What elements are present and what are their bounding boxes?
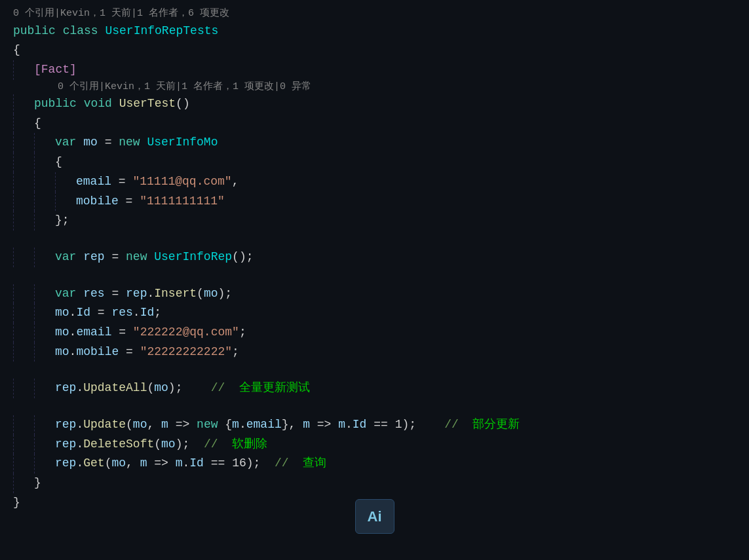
token-prop-name: Id [353,418,367,431]
indent-guide [13,211,34,231]
code-line: 0 个引用|Kevin，1 天前|1 名作者，6 项更改 [13,7,736,22]
token-plain: }, [282,418,303,431]
token-prop-name: email [246,418,282,431]
indent-guide [13,474,34,493]
token-comment-cn: 软删除 [232,438,267,451]
token-comment: // [204,438,218,451]
indent-guide [13,192,34,212]
token-method-name: UserTest [119,97,176,110]
token-kw-new: new [197,418,218,431]
token-plain: . [69,306,77,319]
token-plain [147,250,154,263]
indent-guide [34,133,55,153]
indent-guide [55,172,76,192]
token-method-name: Update [83,418,126,431]
token-plain: ; [239,326,246,339]
token-plain: () [176,97,190,110]
token-kw-public: public [34,97,77,110]
code-line: 0 个引用|Kevin，1 天前|1 名作者，1 项更改|0 异常 [13,80,736,95]
token-plain: ( [147,381,154,394]
token-prop-name: m [303,418,310,431]
token-plain: = [111,326,132,339]
code-line: rep.Get(mo, m => m.Id == 16); // 查询 [13,454,736,474]
code-line: mo.Id = res.Id; [13,303,736,323]
indent-guide [13,153,34,172]
token-plain [112,97,119,110]
indent-guide [55,192,76,212]
token-comment: // [211,381,225,394]
token-prop-name: rep [83,250,104,263]
indent-guide [13,133,34,153]
indent-guide [13,379,34,398]
token-prop-name: mo [154,381,168,394]
token-kw-var: var [55,250,76,263]
token-string-val: "11111@qq.com" [132,175,231,188]
token-plain: = [119,195,140,208]
token-kw-var: var [55,287,76,300]
token-bracket: { [34,117,41,130]
token-kw-void: void [84,97,112,110]
code-line: public void UserTest() [13,94,736,114]
token-plain: . [133,306,140,319]
token-prop-name: mobile [76,345,119,358]
token-plain [76,250,83,263]
code-line: mo.mobile = "22222222222"; [13,343,736,362]
token-plain: = [90,306,111,319]
indent-guide [13,172,34,192]
indent-guide [13,94,34,114]
token-prop-name: rep [55,418,76,431]
token-comment-cn: 部分更新 [472,418,520,431]
token-plain: . [76,438,83,451]
token-prop-name: mo [133,418,147,431]
token-string-val: "222222@qq.com" [133,326,239,339]
code-line: { [13,41,736,60]
indent-guide [34,303,55,323]
token-plain [459,418,473,431]
code-line [13,231,736,248]
token-class-name: UserInfoRep [154,250,232,263]
code-line [13,267,736,284]
token-prop-name: Id [76,306,90,319]
token-prop-name: rep [126,287,147,300]
token-plain: ( [154,438,161,451]
token-plain: == 1); [366,418,444,431]
token-prop-name: mo [55,345,69,358]
token-plain: => [310,418,338,431]
code-line: mo.email = "222222@qq.com"; [13,323,736,343]
token-class-name: UserInfoMo [147,136,218,149]
token-plain: ); [168,381,211,394]
token-method-name: UpdateAll [83,381,147,394]
token-prop-name: m [232,418,239,431]
token-prop-name: rep [55,381,76,394]
token-plain: = [105,287,126,300]
token-plain: . [147,287,154,300]
code-line: email = "11111@qq.com", [13,172,736,192]
token-plain: => [168,418,197,431]
code-line: var rep = new UserInfoRep(); [13,248,736,267]
token-prop-name: Id [140,306,155,319]
token-plain: . [76,418,83,431]
token-method-name: Insert [154,287,197,300]
token-plain: ; [232,345,239,358]
token-plain: = [119,345,140,358]
indent-guide [34,172,55,192]
token-comment-cn: 查询 [303,457,326,470]
token-method-name: Get [83,457,104,470]
token-plain: . [183,457,190,470]
code-line: rep.UpdateAll(mo); // 全量更新测试 [13,379,736,398]
ai-label[interactable]: Ai [355,499,394,534]
token-plain: => [147,457,175,470]
token-bracket: }; [55,214,69,227]
indent-guide [13,343,34,362]
indent-guide [34,192,55,212]
code-line: } [13,474,736,493]
code-editor: 0 个引用|Kevin，1 天前|1 名作者，6 项更改public class… [0,0,749,560]
token-prop-name: mo [55,326,69,339]
token-prop-name: rep [55,457,76,470]
code-line: public class UserInfoRepTests [13,22,736,41]
token-prop-name: Id [189,457,204,470]
indent-guide [34,211,55,231]
token-prop-name: mo [83,136,98,149]
token-prop-name: mobile [76,195,119,208]
token-string-val: "22222222222" [140,345,232,358]
